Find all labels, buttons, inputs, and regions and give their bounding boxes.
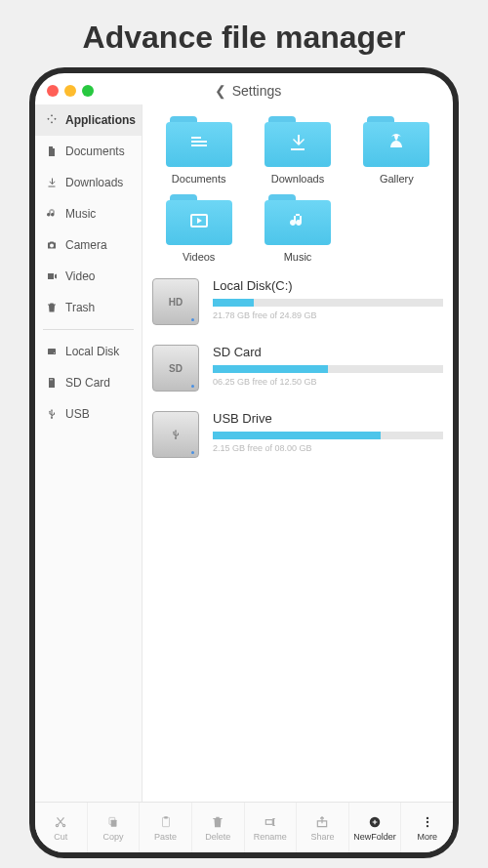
copy-icon [105,814,121,830]
folder-icon [264,116,331,167]
close-icon[interactable] [47,85,59,97]
sidebar-item-usb[interactable]: USB [35,398,142,430]
svg-rect-2 [191,137,201,139]
svg-point-1 [54,352,55,353]
drive-list: HDLocal Disk(C:)21.78 GB free of 24.89 G… [152,278,443,458]
drive-name: SD Card [213,345,443,359]
toolbar-label: Copy [102,832,123,842]
copy-button[interactable]: Copy [88,803,141,852]
window-controls: ❮ Settings [35,73,453,104]
drive-sd-card[interactable]: SDSD Card06.25 GB free of 12.50 GB [152,345,443,392]
apps-icon [45,113,59,127]
drive-icon [152,411,199,458]
cut-button[interactable]: Cut [35,803,88,852]
folder-documents[interactable]: Documents [152,116,245,185]
sidebar-item-label: Documents [65,145,125,158]
sd-icon [45,376,59,390]
drive-usage-bar [213,432,443,439]
svg-point-14 [427,816,428,818]
svg-point-6 [57,824,59,826]
sidebar-item-label: USB [65,407,90,421]
folder-downloads[interactable]: Downloads [251,116,344,185]
sidebar-item-label: Local Disk [65,345,119,358]
sidebar: ApplicationsDocumentsDownloadsMusicCamer… [35,104,142,802]
toolbar-label: More [417,832,437,842]
sidebar-item-trash[interactable]: Trash [35,292,142,323]
paste-button[interactable]: Paste [140,803,192,852]
svg-rect-11 [164,816,168,818]
folder-icon [363,116,429,167]
svg-point-16 [427,824,428,826]
newfolder-button[interactable]: NewFolder [349,803,402,852]
more-button[interactable]: More [401,803,453,852]
sidebar-item-label: SD Card [65,376,110,390]
drive-usb-drive[interactable]: USB Drive2.15 GB free of 08.00 GB [152,411,443,458]
disk-icon [45,345,59,358]
drive-icon: HD [152,278,199,325]
sidebar-item-applications[interactable]: Applications [35,104,142,136]
header-title: Settings [232,83,282,99]
folder-music[interactable]: Music [251,194,344,263]
back-chevron-icon[interactable]: ❮ [215,83,226,99]
drive-free-text: 21.78 GB free of 24.89 GB [213,310,443,320]
minimize-icon[interactable] [64,85,76,97]
rename-button[interactable]: Rename [245,803,298,852]
cut-icon [53,814,68,830]
svg-point-15 [427,820,428,822]
folder-label: Videos [183,251,215,263]
drive-local-disk-c-[interactable]: HDLocal Disk(C:)21.78 GB free of 24.89 G… [152,278,443,325]
maximize-icon[interactable] [82,85,94,97]
sidebar-item-sd-card[interactable]: SD Card [35,367,142,398]
drive-name: USB Drive [213,411,443,426]
sidebar-item-camera[interactable]: Camera [35,229,142,261]
sidebar-item-label: Music [65,207,96,221]
rename-icon [263,814,278,830]
usb-icon [45,407,59,421]
sidebar-item-documents[interactable]: Documents [35,136,142,167]
folder-icon [166,116,232,167]
svg-point-7 [63,824,65,826]
camera-icon [45,238,59,252]
folder-videos[interactable]: Videos [152,194,245,263]
sidebar-item-music[interactable]: Music [35,198,142,229]
toolbar-label: NewFolder [353,832,396,842]
document-icon [45,145,59,158]
toolbar-label: Rename [254,832,287,842]
sidebar-item-video[interactable]: Video [35,261,142,292]
folder-icon [264,194,331,245]
bottom-toolbar: CutCopyPasteDeleteRenameShareNewFolderMo… [35,802,453,852]
drive-free-text: 2.15 GB free of 08.00 GB [213,443,443,453]
folder-label: Downloads [271,173,324,185]
drive-usage-bar [213,299,443,307]
download-icon [45,176,59,189]
svg-rect-3 [191,141,207,143]
newfolder-icon [367,814,383,830]
drive-name: Local Disk(C:) [213,278,443,293]
sidebar-item-downloads[interactable]: Downloads [35,167,142,198]
more-icon [420,814,435,830]
music-icon [45,207,59,221]
folder-gallery[interactable]: Gallery [350,116,443,185]
delete-icon [210,814,225,830]
svg-rect-8 [111,819,117,826]
main-content: DocumentsDownloadsGalleryVideosMusic HDL… [142,104,453,802]
sidebar-item-label: Camera [65,238,107,252]
folder-label: Music [284,251,312,263]
header[interactable]: ❮ Settings [100,83,396,99]
sidebar-item-local-disk[interactable]: Local Disk [35,336,142,367]
drive-free-text: 06.25 GB free of 12.50 GB [213,377,443,387]
svg-rect-10 [162,817,169,826]
paste-icon [158,814,174,830]
device-frame: ❮ Settings ApplicationsDocumentsDownload… [29,67,459,858]
svg-rect-12 [265,819,272,824]
toolbar-label: Share [310,832,334,842]
folder-grid: DocumentsDownloadsGalleryVideosMusic [152,116,443,263]
share-button[interactable]: Share [297,803,349,852]
page-title: Advance file manager [0,0,488,67]
svg-rect-0 [48,349,56,354]
video-icon [45,269,59,283]
delete-button[interactable]: Delete [192,803,245,852]
trash-icon [45,301,59,314]
share-icon [314,814,330,830]
toolbar-label: Delete [205,832,230,842]
